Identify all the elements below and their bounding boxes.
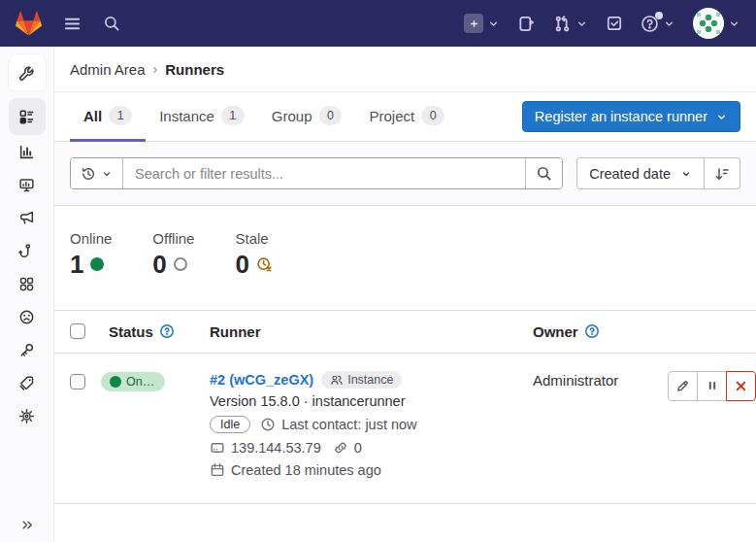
status-column-header: Status xyxy=(109,323,153,340)
people-icon xyxy=(330,373,344,387)
sort-direction-button[interactable] xyxy=(705,157,740,189)
frown-face-icon xyxy=(18,309,35,325)
sidebar-item-analytics[interactable] xyxy=(9,136,46,168)
runner-type-badge: Instance xyxy=(321,371,402,389)
plus-icon xyxy=(464,14,483,33)
todo-check-icon xyxy=(606,15,623,32)
search-icon[interactable] xyxy=(103,15,120,32)
main-content: Admin Area › Runners All 1 Instance 1 Gr… xyxy=(54,47,756,542)
tab-instance[interactable]: Instance 1 xyxy=(146,93,258,142)
megaphone-icon xyxy=(18,210,35,226)
merge-requests-button[interactable] xyxy=(553,15,588,33)
chevron-down-icon xyxy=(487,17,500,30)
search-icon xyxy=(536,165,552,182)
sidebar-item-labels[interactable] xyxy=(9,367,46,399)
search-history-button[interactable] xyxy=(71,158,123,188)
search-input[interactable] xyxy=(123,158,525,188)
pause-runner-button[interactable] xyxy=(697,371,727,401)
sidebar-item-admin-area[interactable] xyxy=(9,54,46,91)
stat-online: Online 1 xyxy=(70,230,112,279)
labels-tag-icon xyxy=(18,375,35,391)
breadcrumb-current: Runners xyxy=(165,61,224,78)
edit-runner-button[interactable] xyxy=(668,371,698,401)
owner-name: Administrator xyxy=(533,372,618,389)
clock-icon xyxy=(260,417,276,432)
sidebar-item-abuse-reports[interactable] xyxy=(9,301,46,333)
linked-projects-count: 0 xyxy=(354,440,362,456)
runner-link[interactable]: #2 (wCG_zeGX) xyxy=(210,372,313,388)
tab-group[interactable]: Group 0 xyxy=(258,93,356,142)
breadcrumb: Admin Area › Runners xyxy=(54,47,756,92)
tab-count-badge: 0 xyxy=(319,106,343,124)
last-contact-text: Last contact: just now xyxy=(281,417,416,432)
sort-controls: Created date xyxy=(576,157,740,189)
sidebar-item-monitoring[interactable] xyxy=(9,169,46,201)
stat-label: Online xyxy=(70,230,112,247)
runner-type-label: Instance xyxy=(347,373,393,387)
issues-button[interactable] xyxy=(517,15,536,33)
tab-count-badge: 1 xyxy=(221,106,245,124)
runner-version: Version 15.8.0 · instancerunner xyxy=(210,393,533,409)
user-avatar xyxy=(693,8,724,39)
offline-ring-icon xyxy=(174,257,187,271)
breadcrumb-admin-area[interactable]: Admin Area xyxy=(70,61,146,78)
sidebar-item-deploy-keys[interactable] xyxy=(9,334,46,366)
runner-column-header: Runner xyxy=(210,323,261,340)
sidebar-item-applications[interactable] xyxy=(9,268,46,300)
gitlab-logo[interactable] xyxy=(16,11,42,36)
sort-by-dropdown[interactable]: Created date xyxy=(576,157,705,189)
status-help-icon[interactable] xyxy=(159,323,175,339)
runners-table: Status Runner Owner Online xyxy=(54,310,756,504)
sidebar-item-system-hooks[interactable] xyxy=(9,235,46,267)
breadcrumb-separator: › xyxy=(153,61,158,77)
gear-icon xyxy=(18,408,35,424)
sidebar-item-overview[interactable] xyxy=(9,98,46,135)
chevron-down-icon xyxy=(575,17,588,30)
monitor-icon xyxy=(18,177,35,193)
runner-ip-address: 139.144.53.79 xyxy=(231,440,321,456)
todos-button[interactable] xyxy=(606,15,623,32)
chevron-down-icon xyxy=(663,17,675,30)
online-dot-icon xyxy=(110,376,121,388)
admin-sidebar xyxy=(0,47,54,542)
sidebar-item-messages[interactable] xyxy=(9,202,46,234)
runner-row: Online #2 (wCG_zeGX) Instance Version 15… xyxy=(54,354,756,504)
pencil-icon xyxy=(675,379,690,393)
merge-request-icon xyxy=(553,15,572,33)
user-menu-button[interactable] xyxy=(693,8,740,39)
applications-grid-icon xyxy=(18,276,35,292)
sidebar-expand-button[interactable] xyxy=(0,518,54,532)
help-menu-button[interactable] xyxy=(641,15,675,33)
runner-stats: Online 1 Offline 0 Stale 0 xyxy=(54,206,756,285)
filter-bar: Created date xyxy=(54,142,756,206)
row-checkbox[interactable] xyxy=(70,374,85,390)
stale-clock-icon xyxy=(256,256,273,273)
filtered-search xyxy=(70,157,563,189)
stat-label: Stale xyxy=(235,230,272,247)
select-all-checkbox[interactable] xyxy=(70,323,85,339)
tab-all[interactable]: All 1 xyxy=(70,93,146,142)
register-button-label: Register an instance runner xyxy=(535,109,707,124)
calendar-icon xyxy=(210,462,225,478)
search-submit-button[interactable] xyxy=(525,158,562,188)
runner-tabs: All 1 Instance 1 Group 0 Project 0 Regis… xyxy=(54,92,756,142)
delete-runner-button[interactable] xyxy=(726,371,756,401)
register-instance-runner-button[interactable]: Register an instance runner xyxy=(522,101,740,132)
issues-icon xyxy=(517,15,536,33)
idle-badge: Idle xyxy=(210,416,250,433)
new-menu-button[interactable] xyxy=(464,14,500,33)
host-icon xyxy=(210,440,225,456)
sidebar-item-settings[interactable] xyxy=(9,400,46,432)
stat-label: Offline xyxy=(152,230,194,247)
hamburger-menu-button[interactable] xyxy=(63,15,82,33)
tab-project[interactable]: Project 0 xyxy=(355,93,458,142)
chevron-down-icon xyxy=(728,17,740,30)
tab-label: All xyxy=(83,108,102,124)
chevron-down-icon xyxy=(680,168,692,180)
owner-help-icon[interactable] xyxy=(584,323,600,339)
key-icon xyxy=(18,342,35,358)
sort-by-label: Created date xyxy=(589,166,671,182)
top-navbar xyxy=(0,0,756,47)
tab-count-badge: 0 xyxy=(421,106,444,124)
tab-label: Project xyxy=(369,108,414,124)
